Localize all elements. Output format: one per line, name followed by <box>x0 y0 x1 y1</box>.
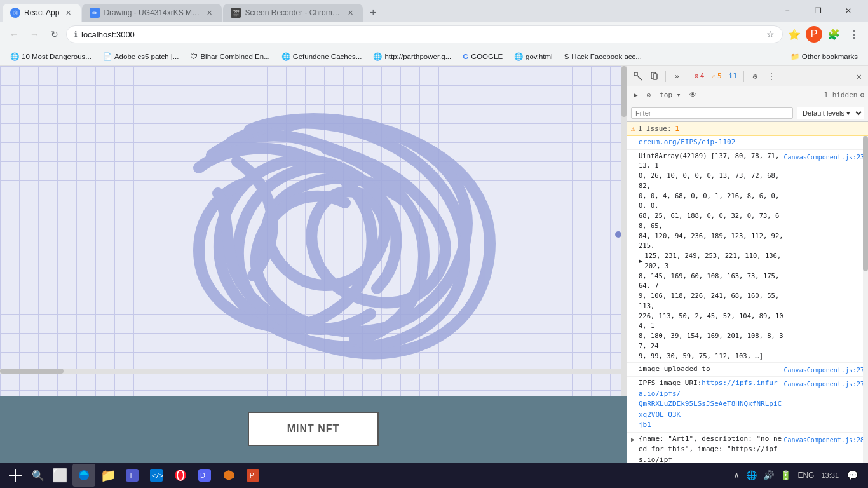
entry-image-source[interactable]: CanvasComponent.js:27 <box>784 364 864 375</box>
edge-taskbar[interactable] <box>72 464 95 487</box>
tab-screen-recorder[interactable]: 🎬 Screen Recorder - Chrome Web ... ✕ <box>223 4 363 22</box>
array-expand-arrow[interactable]: ▶ <box>639 256 642 266</box>
opera-taskbar[interactable] <box>169 464 192 487</box>
bookmark-icon-other: 📁 <box>790 52 799 61</box>
network-icon[interactable]: 🌐 <box>744 469 759 482</box>
bookmark-icon-adobe: 📄 <box>103 52 112 61</box>
metamask-taskbar[interactable] <box>217 464 240 487</box>
bookmark-parth[interactable]: 🌐 http://parthpower.g... <box>368 50 456 63</box>
entry-obj-source[interactable]: CanvasComponent.js:28 <box>784 434 864 445</box>
canvas-container[interactable] <box>0 66 627 396</box>
bookmark-gefundene[interactable]: 🌐 Gefundene Caches... <box>276 50 367 63</box>
console-entry-image-upload: image uploaded to CanvasComponent.js:27 <box>627 363 868 377</box>
bookmark-hack[interactable]: S Hack Facebook acc... <box>559 51 647 62</box>
devtools-console[interactable]: ereum.org/EIPS/eip-1102 Uint8Array(42189… <box>627 136 868 474</box>
devtools-close-button[interactable]: ✕ <box>854 70 864 83</box>
tab-close-react[interactable]: ✕ <box>63 8 73 18</box>
entry-content: ereum.org/EIPS/eip-1102 <box>639 137 864 148</box>
log-level-select[interactable]: Default levels ▾ <box>797 107 864 119</box>
system-clock[interactable]: 13:31 <box>818 470 841 481</box>
settings-devtools-button[interactable]: ⚙ <box>748 69 762 83</box>
tab-react-app[interactable]: ⚛ React App ✕ <box>3 4 81 22</box>
close-button[interactable]: ✕ <box>834 2 863 20</box>
play-button[interactable]: ▶ <box>631 90 641 100</box>
tab-close-recorder[interactable]: ✕ <box>345 8 355 18</box>
ipfs-top-link[interactable]: ereum.org/EIPS/eip-1102 <box>639 138 735 146</box>
entry-ipfs-uri-source[interactable]: CanvasComponent.js:27 <box>784 378 864 389</box>
entry-ipfs-uri-arrow[interactable] <box>631 378 639 431</box>
powerpoint-taskbar[interactable]: P <box>241 464 264 487</box>
app-hscrollbar-thumb[interactable] <box>0 369 64 374</box>
app-scrollbar-thumb[interactable] <box>621 66 627 117</box>
drawing-canvas[interactable] <box>0 66 627 396</box>
app-hscrollbar[interactable] <box>0 369 621 374</box>
svg-text:T: T <box>129 472 133 479</box>
reload-button[interactable]: ↻ <box>46 25 64 43</box>
vscode-taskbar[interactable]: </> <box>145 464 168 487</box>
warn-badge: ⚠ 5 <box>709 71 724 81</box>
entry-uint8-source[interactable]: CanvasComponent.js:23 <box>784 151 864 162</box>
inspect-element-button[interactable] <box>631 69 645 83</box>
puzzle-icon[interactable]: 🧩 <box>825 25 843 43</box>
back-button[interactable]: ← <box>5 25 23 43</box>
settings-icon[interactable]: ⋮ <box>845 25 863 43</box>
console-scrollbar[interactable] <box>863 136 868 474</box>
console-filter-input[interactable] <box>631 107 793 119</box>
more-devtools-button[interactable]: ⋮ <box>764 69 778 83</box>
discord-taskbar[interactable]: D <box>193 464 216 487</box>
canvas-dot <box>615 231 621 238</box>
extensions-icon[interactable]: ⭐ <box>785 25 803 43</box>
battery-icon[interactable]: 🔋 <box>778 469 793 482</box>
bookmark-gov[interactable]: 🌐 gov.html <box>509 50 558 63</box>
bookmark-star-icon[interactable]: ☆ <box>766 29 775 39</box>
taskview-button[interactable]: ⬜ <box>48 464 71 487</box>
volume-icon[interactable]: 🔊 <box>761 469 776 482</box>
toolbar-separator-1 <box>665 71 666 82</box>
profile-icon[interactable]: P <box>806 26 822 43</box>
app-scrollbar[interactable] <box>621 66 627 396</box>
bookmark-adobe[interactable]: 📄 Adobe cs5 patch |... <box>98 50 184 63</box>
app-area: MINT NFT Details <box>0 66 627 488</box>
tab-close-drawing[interactable]: ✕ <box>204 8 214 18</box>
address-bar[interactable]: ℹ localhost:3000 ☆ <box>66 25 783 43</box>
console-scrollbar-thumb[interactable] <box>863 136 868 271</box>
entry-uint8-arrow[interactable] <box>631 151 639 362</box>
maximize-button[interactable]: ❐ <box>803 2 832 20</box>
bookmark-icon-parth: 🌐 <box>373 52 382 61</box>
entry-image-content: image uploaded to <box>639 364 784 375</box>
top-dropdown[interactable]: top ▾ <box>657 90 683 100</box>
eye-button[interactable]: 👁 <box>687 90 699 100</box>
forward-button[interactable]: → <box>25 25 43 43</box>
lock-icon: ℹ <box>74 30 78 39</box>
notification-button[interactable]: 💬 <box>844 467 860 484</box>
hidden-settings-icon[interactable]: ⚙ <box>860 91 864 99</box>
tab-drawing[interactable]: ✏ Drawing - UG4314xrKS Marketp... ✕ <box>82 4 222 22</box>
file-explorer-taskbar[interactable]: 📁 <box>97 464 119 487</box>
mint-nft-button[interactable]: MINT NFT <box>248 412 379 446</box>
start-button[interactable] <box>3 463 28 487</box>
bookmark-google[interactable]: G GOOGLE <box>458 51 508 62</box>
tab-title-react: React App <box>24 8 59 17</box>
entry-image-arrow[interactable] <box>631 364 639 375</box>
bookmark-other[interactable]: 📁 Other bookmarks <box>785 50 863 63</box>
more-tools-button[interactable]: » <box>670 69 684 83</box>
no-entry-button[interactable]: ⊘ <box>644 90 654 100</box>
bookmark-bihar[interactable]: 🛡 Bihar Combined En... <box>185 51 275 62</box>
hidden-badge: 1 hidden ⚙ <box>824 91 864 99</box>
taskbar: 🔍 ⬜ 📁 T </> D P ∧ 🌐 🔊 🔋 ENG 13:31 💬 <box>0 463 868 488</box>
browser-chrome: ⚛ React App ✕ ✏ Drawing - UG4314xrKS Mar… <box>0 0 868 66</box>
teams-taskbar[interactable]: T <box>121 464 144 487</box>
ipfs-image-link[interactable]: https://ipfs.infura.io/ipfs/QmRRXLuZDEk9… <box>639 379 782 429</box>
entry-arrow[interactable] <box>631 137 639 148</box>
console-entry-ipfs-top: ereum.org/EIPS/eip-1102 <box>627 136 868 150</box>
search-button[interactable]: 🔍 <box>29 466 47 484</box>
bookmark-dangerous[interactable]: 🌐 10 Most Dangerous... <box>5 50 97 63</box>
time-display: 13:31 <box>821 471 839 480</box>
new-tab-button[interactable]: + <box>364 4 382 22</box>
minimize-button[interactable]: − <box>773 2 802 20</box>
show-hidden-icons[interactable]: ∧ <box>731 469 742 482</box>
toolbar-separator-2 <box>688 71 688 82</box>
svg-line-1 <box>638 76 642 80</box>
device-toolbar-button[interactable] <box>648 69 661 83</box>
tab-title-drawing: Drawing - UG4314xrKS Marketp... <box>104 8 200 17</box>
